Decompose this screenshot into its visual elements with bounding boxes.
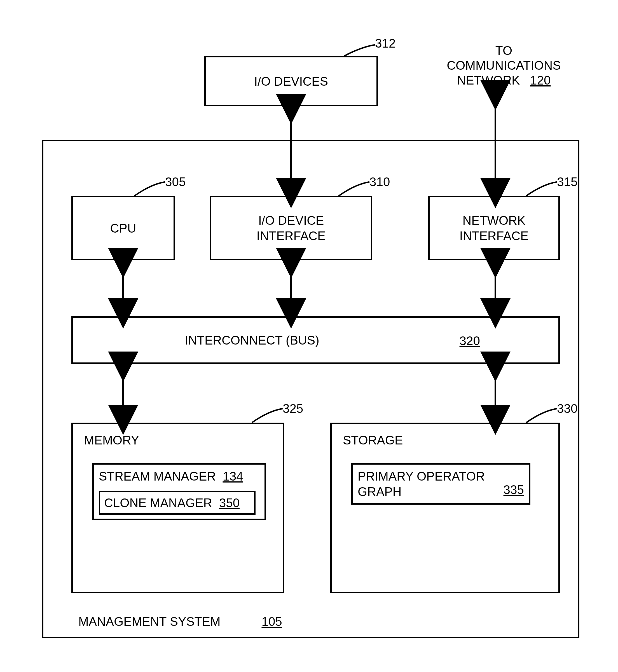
ref-335: 335 [504, 482, 524, 497]
ref-315: 315 [557, 175, 578, 189]
ref-312: 312 [375, 36, 396, 50]
io-devices-label: I/O DEVICES [254, 74, 328, 89]
comm-net-ref: 120 [530, 73, 550, 87]
mgmt-system-text: MANAGEMENT SYSTEM [78, 614, 221, 628]
interconnect-bus-box: INTERCONNECT (BUS) 320 [71, 316, 560, 364]
primary-operator-graph-box: PRIMARY OPERATOR GRAPH 335 [351, 463, 530, 505]
memory-title: MEMORY [84, 432, 272, 448]
stream-manager-label: STREAM MANAGER [99, 469, 216, 483]
clone-manager-box: CLONE MANAGER 350 [99, 491, 255, 515]
ref-325: 325 [283, 402, 303, 416]
ref-350: 350 [219, 496, 239, 510]
comm-network-label: TO COMMUNICATIONS NETWORK 120 [428, 43, 579, 88]
memory-box: MEMORY STREAM MANAGER 134 CLONE MANAGER … [71, 423, 284, 593]
io-device-interface-box: I/O DEVICE INTERFACE [210, 196, 372, 260]
ref-305: 305 [165, 175, 186, 189]
storage-title: STORAGE [343, 432, 547, 448]
network-interface-box: NETWORK INTERFACE [428, 196, 560, 260]
interconnect-bus-label: INTERCONNECT (BUS) [185, 333, 319, 348]
io-devices-box: I/O DEVICES [204, 56, 378, 106]
stream-manager-box: STREAM MANAGER 134 CLONE MANAGER 350 [92, 463, 266, 520]
ref-134: 134 [223, 469, 243, 483]
comm-net-line2: COMMUNICATIONS [447, 59, 560, 72]
storage-box: STORAGE PRIMARY OPERATOR GRAPH 335 [330, 423, 560, 593]
cpu-box: CPU [71, 196, 175, 260]
network-interface-label: NETWORK INTERFACE [459, 213, 529, 243]
cpu-label: CPU [110, 221, 136, 236]
ref-330: 330 [557, 402, 578, 416]
management-system-label: MANAGEMENT SYSTEM 105 [78, 614, 358, 629]
primary-operator-graph-label: PRIMARY OPERATOR GRAPH [358, 468, 485, 499]
io-device-interface-label: I/O DEVICE INTERFACE [256, 213, 326, 243]
ref-105: 105 [262, 614, 282, 628]
ref-320: 320 [459, 333, 480, 348]
clone-manager-label: CLONE MANAGER [104, 496, 212, 510]
comm-net-line3: NETWORK [457, 73, 520, 87]
comm-net-to: TO [495, 44, 512, 58]
ref-310: 310 [370, 175, 390, 189]
